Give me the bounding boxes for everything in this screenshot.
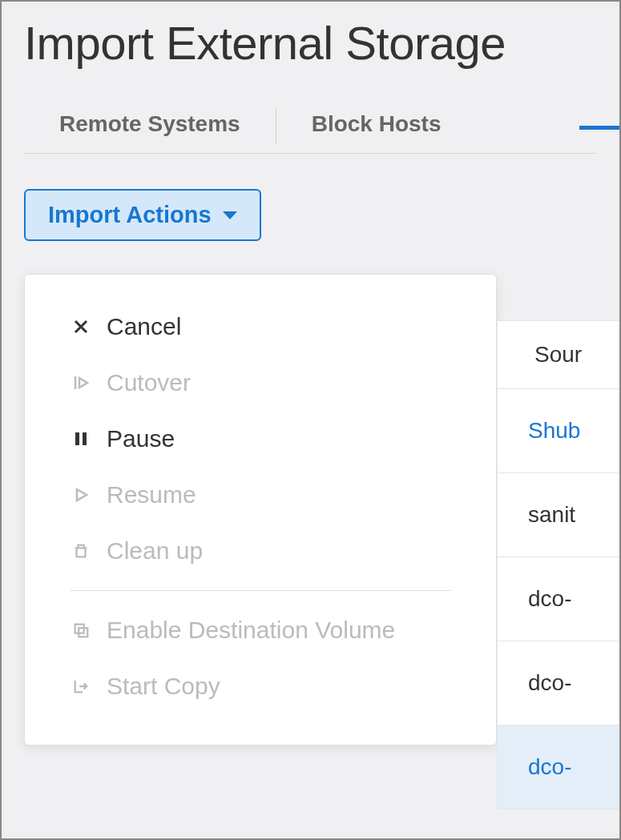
table-row[interactable]: sanit: [497, 473, 619, 557]
import-actions-label: Import Actions: [48, 202, 212, 228]
menu-item-label: Cutover: [107, 369, 191, 396]
tab-block-hosts[interactable]: Block Hosts: [276, 98, 477, 153]
close-icon: [70, 316, 92, 338]
menu-item-start-copy: Start Copy: [25, 658, 496, 714]
menu-item-label: Resume: [107, 481, 196, 508]
pause-icon: [70, 428, 92, 450]
active-tab-indicator: [579, 126, 619, 130]
menu-item-label: Start Copy: [107, 673, 220, 700]
play-icon: [70, 484, 92, 506]
table-row[interactable]: dco-: [497, 557, 619, 641]
source-table: Sour Shub sanit dco- dco- dco-: [497, 320, 619, 810]
cleanup-icon: [70, 540, 92, 562]
menu-divider: [70, 590, 451, 591]
table-header-source[interactable]: Sour: [497, 320, 619, 389]
cutover-icon: [70, 372, 92, 394]
svg-rect-1: [83, 432, 87, 445]
export-icon: [70, 675, 92, 697]
import-actions-dropdown: Cancel Cutover Pause Resume Clean up: [24, 274, 497, 746]
menu-item-label: Clean up: [107, 537, 203, 565]
page-title: Import External Storage: [24, 16, 597, 70]
table-row[interactable]: dco-: [497, 725, 619, 810]
menu-item-enable-destination: Enable Destination Volume: [25, 602, 496, 658]
menu-item-resume: Resume: [25, 467, 496, 523]
menu-item-label: Cancel: [107, 313, 181, 340]
table-row[interactable]: dco-: [497, 641, 619, 725]
caret-down-icon: [223, 211, 237, 219]
menu-item-label: Enable Destination Volume: [107, 617, 395, 644]
volume-icon: [70, 619, 92, 641]
table-row[interactable]: Shub: [497, 389, 619, 473]
menu-item-label: Pause: [107, 425, 175, 452]
menu-item-cutover: Cutover: [25, 355, 496, 411]
menu-item-pause[interactable]: Pause: [25, 411, 496, 467]
import-actions-button[interactable]: Import Actions: [24, 189, 261, 241]
svg-rect-0: [75, 432, 79, 445]
menu-item-cancel[interactable]: Cancel: [25, 299, 496, 355]
tab-remote-systems[interactable]: Remote Systems: [24, 98, 276, 153]
menu-item-cleanup: Clean up: [25, 523, 496, 579]
tabs: Remote Systems Block Hosts: [24, 98, 597, 154]
